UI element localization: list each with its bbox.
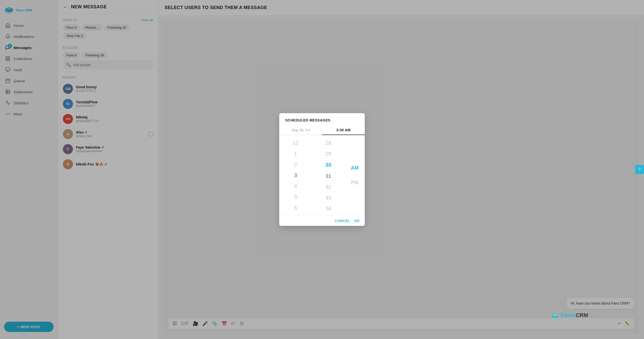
am-option[interactable]: AM [347, 163, 363, 173]
min-28[interactable]: 28 [312, 138, 345, 148]
watermark-logo: Fans-CRM [551, 312, 588, 319]
hour-1[interactable]: 1 [279, 148, 312, 159]
ok-button[interactable]: OK [354, 219, 360, 223]
hour-2[interactable]: 2 [279, 159, 312, 170]
minutes-column: 28 29 30 31 32 33 34 [312, 138, 345, 213]
pm-option[interactable]: PM [347, 178, 363, 188]
scheduled-messages-modal: SCHEDULED MESSAGES Aug 30, Fri 3:30 AM 1… [279, 113, 365, 226]
min-30[interactable]: 30 [312, 159, 345, 171]
watermark-fans-text: Fans- [561, 312, 576, 318]
min-34[interactable]: 34 [312, 203, 345, 213]
help-button[interactable]: ? [635, 165, 644, 174]
min-32[interactable]: 32 [312, 182, 345, 192]
hour-4[interactable]: 4 [279, 181, 312, 192]
ampm-column: AM PM [345, 138, 365, 213]
min-29[interactable]: 29 [312, 148, 345, 159]
hours-column: 12 1 2 3 4 5 6 [279, 138, 312, 213]
modal-tab-time[interactable]: 3:30 AM [322, 125, 365, 135]
modal-tabs: Aug 30, Fri 3:30 AM [279, 125, 365, 135]
min-33[interactable]: 33 [312, 192, 345, 203]
watermark-crm-text: CRM [576, 312, 588, 318]
modal-overlay: SCHEDULED MESSAGES Aug 30, Fri 3:30 AM 1… [0, 0, 644, 339]
min-31[interactable]: 31 [312, 171, 345, 182]
modal-footer: CANCEL OK [279, 216, 365, 226]
hour-3[interactable]: 3 [279, 170, 312, 181]
watermark-bird-icon [551, 312, 560, 319]
watermark-arrow-icon: ↓ [590, 311, 594, 319]
watermark: Fans-CRM ↓ [551, 311, 594, 319]
hour-5[interactable]: 5 [279, 192, 312, 202]
hour-12[interactable]: 12 [279, 138, 312, 148]
hour-6[interactable]: 6 [279, 202, 312, 213]
picker-body: 12 1 2 3 4 5 6 28 29 30 31 32 33 34 AM [279, 135, 365, 216]
modal-title: SCHEDULED MESSAGES [279, 113, 365, 122]
modal-tab-date[interactable]: Aug 30, Fri [279, 125, 322, 135]
cancel-button[interactable]: CANCEL [335, 219, 350, 223]
